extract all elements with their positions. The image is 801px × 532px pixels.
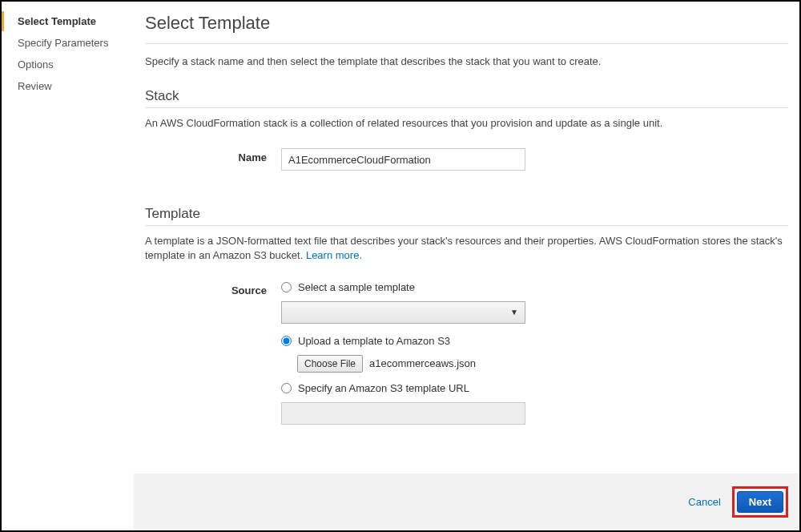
main-content: Select Template Specify a stack name and… xyxy=(134,2,799,530)
template-desc: A template is a JSON-formatted text file… xyxy=(145,234,788,263)
radio-sample-template-row: Select a sample template xyxy=(281,281,788,293)
stack-name-input[interactable] xyxy=(281,148,525,171)
sidebar-item-label: Specify Parameters xyxy=(18,37,108,49)
radio-sample-template[interactable] xyxy=(281,282,292,292)
template-heading: Template xyxy=(145,206,788,226)
stack-desc: An AWS CloudFormation stack is a collect… xyxy=(145,116,788,131)
page-description: Specify a stack name and then select the… xyxy=(145,55,788,67)
radio-s3-url-row: Specify an Amazon S3 template URL xyxy=(281,382,788,394)
sidebar-item-label: Options xyxy=(18,58,54,71)
radio-upload-template[interactable] xyxy=(281,336,292,346)
radio-s3-url-label: Specify an Amazon S3 template URL xyxy=(298,382,469,394)
s3-url-input-disabled xyxy=(281,402,525,425)
radio-upload-label: Upload a template to Amazon S3 xyxy=(298,335,450,347)
stack-name-row: Name xyxy=(145,148,788,171)
sample-template-dropdown[interactable]: ▼ xyxy=(281,301,525,324)
radio-upload-row: Upload a template to Amazon S3 xyxy=(281,335,788,347)
wizard-sidebar: Select Template Specify Parameters Optio… xyxy=(2,2,134,530)
stack-name-label: Name xyxy=(145,148,281,163)
sidebar-item-label: Review xyxy=(18,80,52,92)
stack-section: Stack An AWS CloudFormation stack is a c… xyxy=(145,88,788,182)
stack-heading: Stack xyxy=(145,88,788,108)
template-desc-text: A template is a JSON-formatted text file… xyxy=(145,235,783,261)
learn-more-link[interactable]: Learn more. xyxy=(306,249,362,261)
sidebar-item-review[interactable]: Review xyxy=(2,76,134,96)
cancel-button[interactable]: Cancel xyxy=(688,496,720,508)
radio-s3-url[interactable] xyxy=(281,383,292,393)
sidebar-item-specify-parameters[interactable]: Specify Parameters xyxy=(2,33,134,53)
chevron-down-icon: ▼ xyxy=(510,308,518,316)
next-highlight-box: Next xyxy=(732,486,788,518)
next-button[interactable]: Next xyxy=(737,491,783,513)
page-title: Select Template xyxy=(145,13,788,34)
radio-sample-template-label: Select a sample template xyxy=(298,281,415,293)
footer-bar: Cancel Next xyxy=(134,474,799,530)
template-section: Template A template is a JSON-formatted … xyxy=(145,206,788,435)
divider xyxy=(145,43,788,44)
sidebar-item-options[interactable]: Options xyxy=(2,54,134,75)
sidebar-item-label: Select Template xyxy=(18,15,96,27)
choose-file-row: Choose File a1ecommerceaws.json xyxy=(297,355,788,373)
choose-file-button[interactable]: Choose File xyxy=(297,355,363,373)
source-label: Source xyxy=(145,281,281,296)
sidebar-item-select-template[interactable]: Select Template xyxy=(2,11,134,31)
selected-file-name: a1ecommerceaws.json xyxy=(369,357,476,369)
source-row: Source Select a sample template ▼ Upload… xyxy=(145,281,788,425)
